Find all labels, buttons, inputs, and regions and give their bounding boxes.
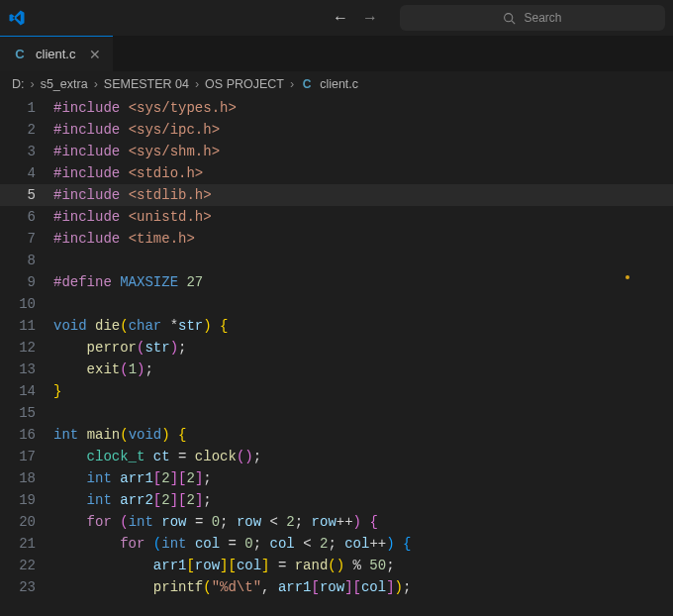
- line-number: 1: [0, 97, 53, 119]
- line-number: 20: [0, 511, 53, 533]
- close-tab-button[interactable]: ✕: [89, 47, 101, 62]
- title-bar: ← → Search: [0, 0, 673, 36]
- line-number: 19: [0, 489, 53, 511]
- nav-arrows: ← →: [333, 10, 378, 26]
- code-line[interactable]: 8: [0, 250, 673, 271]
- breadcrumb-file[interactable]: client.c: [320, 77, 358, 91]
- line-number: 4: [0, 162, 53, 184]
- svg-line-1: [512, 20, 515, 23]
- breadcrumb-part[interactable]: s5_extra: [41, 77, 88, 91]
- line-number: 23: [0, 576, 53, 598]
- code-content[interactable]: perror(str);: [53, 337, 186, 359]
- nav-forward-button[interactable]: →: [362, 10, 378, 26]
- code-line[interactable]: 23 printf("%d\t", arr1[row][col]);: [0, 576, 673, 598]
- line-number: 17: [0, 446, 53, 467]
- code-content[interactable]: #include <stdlib.h>: [53, 184, 212, 206]
- line-number: 21: [0, 533, 53, 555]
- code-line[interactable]: 2#include <sys/ipc.h>: [0, 119, 673, 141]
- code-content[interactable]: arr1[row][col] = rand() % 50;: [53, 555, 395, 576]
- line-number: 5: [0, 184, 53, 206]
- code-line[interactable]: 3#include <sys/shm.h>: [0, 141, 673, 162]
- chevron-right-icon: ›: [31, 77, 35, 91]
- code-content[interactable]: clock_t ct = clock();: [53, 446, 261, 467]
- code-line[interactable]: 18 int arr1[2][2];: [0, 467, 673, 489]
- code-line[interactable]: 11void die(char *str) {: [0, 315, 673, 337]
- line-number: 15: [0, 402, 53, 424]
- line-number: 14: [0, 380, 53, 402]
- code-line[interactable]: 19 int arr2[2][2];: [0, 489, 673, 511]
- code-line[interactable]: 15: [0, 402, 673, 424]
- line-number: 6: [0, 206, 53, 228]
- code-content[interactable]: int arr1[2][2];: [53, 467, 212, 489]
- code-content[interactable]: int main(void) {: [53, 424, 186, 446]
- code-line[interactable]: 16int main(void) {: [0, 424, 673, 446]
- code-content[interactable]: for (int row = 0; row < 2; row++) {: [53, 511, 378, 533]
- code-content[interactable]: int arr2[2][2];: [53, 489, 212, 511]
- tab-filename: client.c: [36, 47, 75, 61]
- code-line[interactable]: 21 for (int col = 0; col < 2; col++) {: [0, 533, 673, 555]
- code-line[interactable]: 5#include <stdlib.h>: [0, 184, 673, 206]
- code-content[interactable]: #define MAXSIZE 27: [53, 271, 203, 293]
- breadcrumb-part[interactable]: OS PROJECT: [205, 77, 284, 91]
- code-content[interactable]: #include <sys/types.h>: [53, 97, 237, 119]
- line-number: 10: [0, 293, 53, 315]
- code-content[interactable]: #include <sys/shm.h>: [53, 141, 220, 162]
- line-number: 2: [0, 119, 53, 141]
- line-number: 8: [0, 250, 53, 271]
- svg-point-0: [505, 13, 513, 21]
- chevron-right-icon: ›: [195, 77, 199, 91]
- search-placeholder: Search: [524, 11, 561, 25]
- chevron-right-icon: ›: [290, 77, 294, 91]
- code-content[interactable]: exit(1);: [53, 359, 153, 380]
- code-content[interactable]: }: [53, 380, 61, 402]
- line-number: 16: [0, 424, 53, 446]
- code-content[interactable]: for (int col = 0; col < 2; col++) {: [53, 533, 411, 555]
- c-file-icon: C: [300, 77, 314, 91]
- code-line[interactable]: 7#include <time.h>: [0, 228, 673, 250]
- tab-bar: C client.c ✕: [0, 36, 673, 71]
- code-line[interactable]: 4#include <stdio.h>: [0, 162, 673, 184]
- code-line[interactable]: 14}: [0, 380, 673, 402]
- breadcrumb[interactable]: D: › s5_extra › SEMESTER 04 › OS PROJECT…: [0, 71, 673, 97]
- breadcrumb-part[interactable]: SEMESTER 04: [104, 77, 189, 91]
- tab-client-c[interactable]: C client.c ✕: [0, 36, 113, 71]
- code-content[interactable]: void die(char *str) {: [53, 315, 229, 337]
- nav-back-button[interactable]: ←: [333, 10, 348, 26]
- line-number: 13: [0, 359, 53, 380]
- vscode-logo-icon: [8, 9, 26, 27]
- code-content[interactable]: #include <unistd.h>: [53, 206, 212, 228]
- code-line[interactable]: 10: [0, 293, 673, 315]
- code-line[interactable]: 22 arr1[row][col] = rand() % 50;: [0, 555, 673, 576]
- code-line[interactable]: 12 perror(str);: [0, 337, 673, 359]
- code-line[interactable]: 1#include <sys/types.h>: [0, 97, 673, 119]
- command-center-search[interactable]: Search: [400, 5, 665, 31]
- chevron-right-icon: ›: [94, 77, 98, 91]
- line-number: 22: [0, 555, 53, 576]
- line-number: 3: [0, 141, 53, 162]
- search-icon: [503, 12, 516, 25]
- line-number: 7: [0, 228, 53, 250]
- code-line[interactable]: 13 exit(1);: [0, 359, 673, 380]
- line-number: 11: [0, 315, 53, 337]
- line-number: 9: [0, 271, 53, 293]
- breadcrumb-part[interactable]: D:: [12, 77, 25, 91]
- code-line[interactable]: 17 clock_t ct = clock();: [0, 446, 673, 467]
- minimap-warning-dot: [625, 275, 629, 279]
- c-file-icon: C: [12, 47, 28, 62]
- line-number: 18: [0, 467, 53, 489]
- line-number: 12: [0, 337, 53, 359]
- code-line[interactable]: 9#define MAXSIZE 27: [0, 271, 673, 293]
- code-content[interactable]: #include <stdio.h>: [53, 162, 203, 184]
- code-content[interactable]: printf("%d\t", arr1[row][col]);: [53, 576, 411, 598]
- code-content[interactable]: #include <time.h>: [53, 228, 195, 250]
- code-line[interactable]: 20 for (int row = 0; row < 2; row++) {: [0, 511, 673, 533]
- code-content[interactable]: #include <sys/ipc.h>: [53, 119, 220, 141]
- code-editor[interactable]: 1#include <sys/types.h>2#include <sys/ip…: [0, 97, 673, 598]
- code-line[interactable]: 6#include <unistd.h>: [0, 206, 673, 228]
